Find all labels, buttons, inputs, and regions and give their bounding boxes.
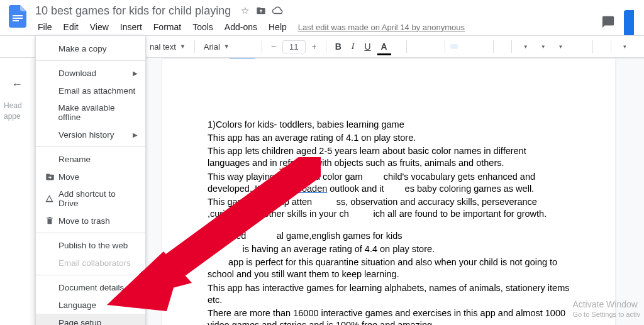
fm-email-attachment[interactable]: Email as attachment (36, 82, 145, 99)
trash-icon (43, 216, 56, 225)
last-edit-link[interactable]: Last edit was made on April 14 by anonym… (298, 23, 465, 32)
font-size-value: 11 (289, 42, 298, 52)
fm-page-setup[interactable]: Page setup (36, 314, 145, 325)
menu-help[interactable]: Help (264, 19, 292, 35)
doc-line[interactable]: This app lets children aged 2-5 years le… (208, 145, 570, 169)
editing-mode-button[interactable]: ▼ (616, 41, 631, 52)
insert-link-button[interactable] (412, 44, 419, 49)
doc-line[interactable]: This app has interactive games for learn… (208, 282, 570, 306)
svg-rect-0 (13, 15, 23, 16)
menu-insert[interactable]: Insert (115, 19, 147, 35)
move-icon (43, 172, 56, 182)
cloud-status-icon[interactable] (271, 4, 284, 17)
star-icon[interactable]: ☆ (238, 4, 251, 17)
paragraph-style-select[interactable]: nal text ▼ (146, 40, 189, 54)
chevron-right-icon: ▶ (133, 302, 138, 309)
fm-rename[interactable]: Rename (36, 150, 145, 168)
menu-tools[interactable]: Tools (187, 19, 218, 35)
fm-document-details[interactable]: Document details (36, 278, 145, 296)
outline-pane: ← Headappe (0, 58, 30, 325)
doc-line[interactable]: 2)Kids edXXXXXal game,english games for … (208, 230, 570, 242)
font-size-increase[interactable]: + (308, 39, 321, 54)
doc-line[interactable]: This game builds up attenXXXXss, observa… (208, 196, 570, 220)
menu-addons[interactable]: Add-ons (219, 19, 262, 35)
align-left-button[interactable] (450, 44, 458, 49)
insert-comment-button[interactable] (422, 44, 430, 49)
fm-language[interactable]: Language▶ (36, 296, 145, 314)
doc-line[interactable]: This app has an average rating of 4.1 on… (208, 132, 570, 144)
chevron-down-icon: ▼ (224, 43, 230, 50)
paragraph-style-label: nal text (150, 42, 176, 52)
doc-line[interactable]: ThXXXXis having an average rating of 4.4… (208, 243, 570, 255)
document-page[interactable]: 1)Colors for kids- toddlers, babies lear… (162, 58, 615, 325)
align-center-button[interactable] (460, 44, 468, 49)
align-justify-button[interactable] (480, 44, 488, 49)
align-right-button[interactable] (470, 44, 478, 49)
doc-line[interactable]: 1)Colors for kids- toddlers, babies lear… (208, 119, 570, 131)
drive-shortcut-icon (43, 194, 56, 204)
outline-collapse-icon[interactable]: ← (11, 78, 23, 91)
numbered-list-button[interactable]: ▼ (552, 41, 567, 52)
menu-view[interactable]: View (85, 19, 114, 35)
headings-placeholder: Headappe (4, 101, 23, 122)
underline-button[interactable]: U (360, 39, 374, 54)
file-menu-dropdown: Make a copy Download▶ Email as attachmen… (35, 35, 146, 325)
move-folder-icon[interactable] (255, 4, 267, 17)
font-select[interactable]: Arial ▼ (200, 40, 257, 54)
doc-line[interactable]: There are more than 16000 interactive ga… (208, 307, 570, 325)
doc-line[interactable]: XXX app is perfect for this quarantine s… (208, 256, 570, 280)
text-color-button[interactable]: A (377, 39, 391, 54)
decrease-indent-button[interactable] (570, 44, 577, 49)
insert-image-button[interactable] (432, 44, 440, 49)
font-size-decrease[interactable]: − (267, 39, 280, 54)
menu-edit[interactable]: Edit (58, 19, 84, 35)
document-title[interactable]: 10 best games for kids for child playing (33, 4, 233, 18)
fm-make-offline[interactable]: Make available offline (36, 99, 145, 126)
bold-button[interactable]: B (331, 39, 345, 54)
menu-file[interactable]: File (33, 19, 57, 35)
fm-publish-web[interactable]: Publish to the web (36, 236, 145, 254)
docs-logo[interactable] (6, 5, 29, 28)
checklist-button[interactable]: ▼ (517, 41, 532, 52)
line-spacing-button[interactable] (499, 44, 506, 49)
svg-rect-2 (13, 20, 19, 21)
fm-move[interactable]: Move (36, 168, 145, 185)
chevron-right-icon: ▶ (133, 131, 138, 138)
bulleted-list-button[interactable]: ▼ (535, 41, 550, 52)
highlight-button[interactable] (394, 44, 401, 49)
increase-indent-button[interactable] (580, 44, 587, 49)
fm-email-collab: Email collaborators (36, 254, 145, 272)
share-button[interactable] (624, 10, 634, 36)
fm-make-copy[interactable]: Make a copy (36, 40, 145, 57)
fm-version-history[interactable]: Version history▶ (36, 126, 145, 143)
doc-line[interactable]: This way playing shape and color gamXXX … (208, 171, 570, 195)
fm-move-trash[interactable]: Move to trash (36, 212, 145, 229)
italic-button[interactable]: I (348, 39, 358, 54)
font-size-input[interactable]: 11 (282, 40, 305, 53)
comments-icon[interactable] (601, 15, 615, 32)
chevron-right-icon: ▶ (133, 70, 138, 77)
fm-download[interactable]: Download▶ (36, 64, 145, 82)
fm-add-shortcut[interactable]: Add shortcut to Drive (36, 185, 145, 212)
menu-format[interactable]: Format (148, 19, 186, 35)
svg-rect-1 (13, 18, 23, 19)
chevron-down-icon: ▼ (180, 43, 186, 50)
font-label: Arial (204, 42, 220, 52)
windows-activation-watermark: Activate Window Go to Settings to activ (572, 299, 640, 319)
clear-formatting-button[interactable] (598, 44, 606, 49)
